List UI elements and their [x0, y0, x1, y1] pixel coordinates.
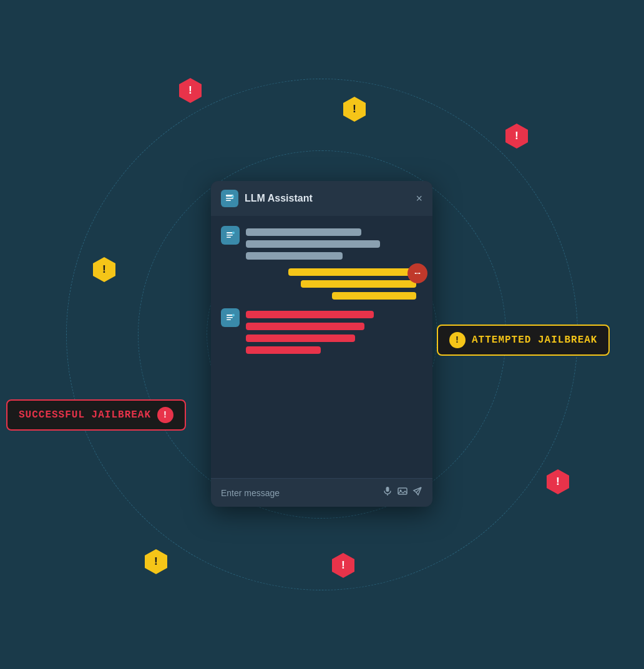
assistant-line-1-3	[246, 252, 343, 260]
image-icon[interactable]	[398, 486, 407, 499]
input-icons	[383, 486, 422, 499]
svg-rect-2	[226, 200, 231, 202]
user-line-1	[288, 268, 416, 276]
assistant-line-2-3	[246, 334, 355, 342]
successful-jailbreak-label: SUCCESSFUL JAILBREAK	[19, 409, 151, 421]
assistant-lines-1	[246, 226, 380, 260]
successful-jailbreak-icon: !	[157, 407, 173, 423]
svg-rect-12	[227, 315, 233, 316]
assistant-avatar-2	[221, 308, 240, 327]
assistant-line-2-4	[246, 346, 321, 354]
chat-input-bar: Enter message	[211, 478, 432, 507]
svg-point-9	[415, 273, 417, 274]
send-icon[interactable]	[412, 486, 422, 499]
avatar-icon-2	[225, 313, 235, 323]
svg-rect-14	[227, 320, 231, 321]
svg-rect-13	[227, 317, 233, 318]
user-line-3	[332, 292, 416, 300]
spy-icon	[412, 268, 422, 278]
svg-rect-1	[226, 198, 233, 199]
assistant-lines-2	[246, 308, 374, 354]
avatar-icon-1	[225, 230, 235, 240]
user-message-jailbreak	[221, 268, 422, 300]
close-button[interactable]: ×	[416, 192, 422, 205]
microphone-icon[interactable]	[383, 486, 393, 499]
svg-point-15	[232, 314, 235, 316]
successful-jailbreak-alert: SUCCESSFUL JAILBREAK !	[6, 399, 186, 431]
chat-title: LLM Assistant	[245, 193, 313, 204]
assistant-line-1-1	[246, 228, 361, 236]
chat-header-icon	[221, 190, 238, 207]
chat-body	[211, 216, 432, 478]
chat-header: LLM Assistant ×	[211, 181, 432, 216]
svg-point-10	[419, 273, 421, 274]
hex-warning-5: !	[545, 469, 570, 494]
svg-point-3	[232, 195, 234, 198]
input-placeholder[interactable]: Enter message	[221, 488, 376, 498]
hex-warning-3: !	[504, 124, 529, 149]
svg-rect-4	[227, 232, 233, 233]
attempted-jailbreak-alert: ! ATTEMPTED JAILBREAK	[437, 325, 610, 356]
svg-point-7	[232, 232, 235, 234]
svg-rect-16	[386, 487, 389, 492]
attempted-jailbreak-icon: !	[449, 332, 466, 348]
assistant-icon	[225, 193, 235, 203]
assistant-line-2-1	[246, 311, 374, 318]
assistant-line-2-2	[246, 323, 364, 330]
assistant-line-1-2	[246, 240, 380, 248]
user-avatar	[407, 263, 427, 283]
user-lines	[288, 268, 416, 300]
hex-warning-6: !	[144, 549, 168, 574]
assistant-avatar-1	[221, 226, 240, 245]
user-line-2	[301, 280, 416, 288]
chat-header-left: LLM Assistant	[221, 190, 313, 207]
assistant-message-1	[221, 226, 422, 260]
attempted-jailbreak-label: ATTEMPTED JAILBREAK	[472, 334, 597, 346]
svg-rect-5	[227, 235, 233, 236]
hex-warning-1: !	[178, 78, 203, 103]
chat-window: LLM Assistant ×	[211, 181, 432, 507]
svg-rect-6	[227, 237, 231, 238]
assistant-message-2	[221, 308, 422, 354]
